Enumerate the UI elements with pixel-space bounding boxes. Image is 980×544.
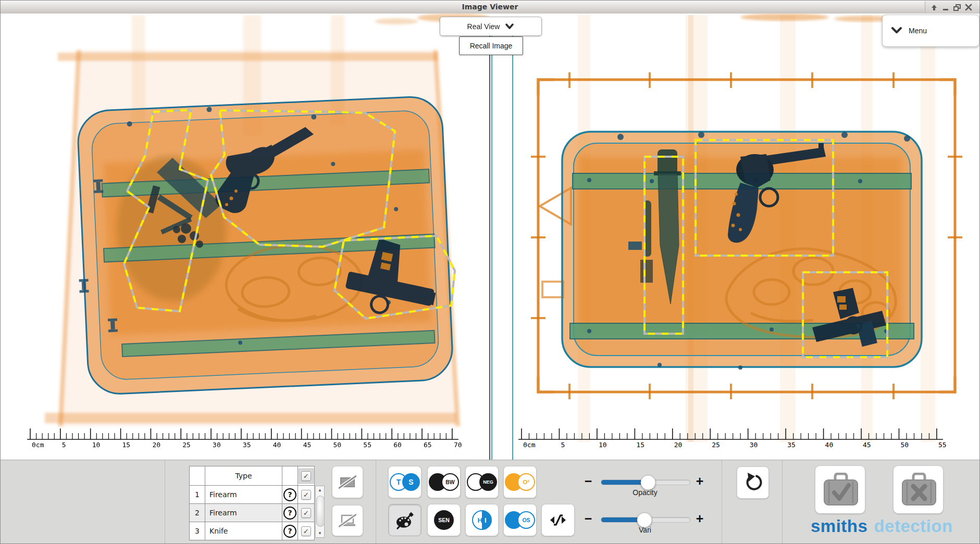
svg-text:50: 50 xyxy=(333,441,342,449)
svg-text:25: 25 xyxy=(182,441,191,449)
svg-text:10: 10 xyxy=(92,441,101,449)
table-row[interactable]: 2 Firearm ? ✓ xyxy=(190,504,315,522)
detections-table: Type ✓ 1 Firearm ? ✓ 2 Firearm ? xyxy=(189,466,315,540)
reset-view-button[interactable] xyxy=(737,466,769,499)
palette-icon xyxy=(394,510,416,530)
help-column-header xyxy=(282,466,298,486)
svg-text:20: 20 xyxy=(152,441,160,449)
negative-filter-button[interactable]: NEG xyxy=(465,466,499,498)
svg-text:0cm: 0cm xyxy=(523,441,536,449)
frame-outline-slash-icon xyxy=(339,513,356,528)
svg-text:15: 15 xyxy=(122,441,131,449)
os-filter-button[interactable]: OS xyxy=(503,504,537,536)
opacity-decrease-button[interactable]: − xyxy=(582,474,594,488)
threat-type: Firearm xyxy=(205,486,282,504)
bag-reject-icon xyxy=(900,473,937,507)
svg-text:10: 10 xyxy=(599,441,607,449)
bag-accept-icon xyxy=(822,473,859,507)
svg-text:40: 40 xyxy=(825,441,834,449)
scroll-down-icon[interactable]: ▼ xyxy=(316,529,324,537)
row-index: 1 xyxy=(190,486,205,504)
viewer-split-divider xyxy=(489,35,514,472)
chevron-down-icon xyxy=(505,23,514,30)
table-row[interactable]: 1 Firearm ? ✓ xyxy=(190,486,315,504)
menu-label: Menu xyxy=(909,27,927,35)
view-mode-label: Real View xyxy=(467,22,500,31)
threat-type: Firearm xyxy=(205,504,282,522)
row-checkbox[interactable]: ✓ xyxy=(301,490,311,500)
opacity-slider-row: − + Opacity xyxy=(578,473,709,509)
bottom-control-panel: Type ✓ 1 Firearm ? ✓ 2 Firearm ? xyxy=(1,460,980,544)
image-viewer-window: Image Viewer xyxy=(0,0,980,544)
svg-text:5: 5 xyxy=(62,441,66,449)
transfer-curve-icon xyxy=(548,510,568,530)
help-icon[interactable]: ? xyxy=(283,507,296,520)
select-all-header[interactable]: ✓ xyxy=(298,466,315,486)
sen-filter-button[interactable]: SEN xyxy=(427,504,461,536)
svg-text:30: 30 xyxy=(213,441,221,449)
table-scrollbar[interactable]: ▲ ▼ xyxy=(315,486,325,538)
hide-outline-frame-button[interactable] xyxy=(332,505,363,536)
bag-accept-button[interactable] xyxy=(815,465,865,514)
left-xray-image: 0cm510152025303540455055606570 xyxy=(1,14,490,460)
type-column-header: Type xyxy=(205,466,282,486)
svg-text:30: 30 xyxy=(750,441,758,449)
sen-circle: SEN xyxy=(434,510,454,530)
frame-slash-icon xyxy=(339,475,356,489)
minimize-icon[interactable] xyxy=(940,2,951,12)
recall-image-button[interactable]: Recall Image xyxy=(459,36,523,55)
scrollbar-thumb[interactable] xyxy=(316,496,325,527)
svg-text:55: 55 xyxy=(363,441,371,449)
vari-decrease-button[interactable]: − xyxy=(582,511,594,526)
neg-circle: NEG xyxy=(479,473,497,491)
palette-filter-button[interactable] xyxy=(388,504,421,536)
table-header-row: Type ✓ xyxy=(190,466,315,486)
window-controls xyxy=(925,1,977,13)
row-checkbox[interactable]: ✓ xyxy=(301,526,311,536)
chevron-down-icon xyxy=(891,27,902,34)
vari-slider-track[interactable] xyxy=(601,517,690,523)
hi-filter-button[interactable]: H I xyxy=(465,504,499,536)
help-icon[interactable]: ? xyxy=(283,488,296,501)
svg-text:5: 5 xyxy=(561,441,565,449)
right-xray-image: 0cm510152025303540455055 xyxy=(514,14,980,460)
title-bar: Image Viewer xyxy=(1,1,979,14)
close-icon[interactable] xyxy=(963,2,974,12)
ts-filter-button[interactable]: T S xyxy=(388,466,421,498)
svg-text:35: 35 xyxy=(787,441,796,449)
threat-type: Knife xyxy=(205,522,282,540)
restore-icon[interactable] xyxy=(951,2,963,12)
raise-icon[interactable] xyxy=(928,2,940,12)
svg-text:0cm: 0cm xyxy=(32,441,44,449)
bw-circle: BW xyxy=(441,473,459,491)
opacity-increase-button[interactable]: + xyxy=(693,474,706,488)
hi-circle: H I xyxy=(472,510,492,530)
row-checkbox[interactable]: ✓ xyxy=(301,508,311,518)
help-icon[interactable]: ? xyxy=(283,525,296,538)
recall-image-label: Recall Image xyxy=(470,42,513,50)
bag-reject-button[interactable] xyxy=(893,465,944,514)
scroll-up-icon[interactable]: ▲ xyxy=(316,486,324,494)
vari-slider-knob[interactable] xyxy=(637,512,652,527)
svg-text:15: 15 xyxy=(636,441,644,449)
opacity-slider-track[interactable] xyxy=(601,479,690,485)
opacity-slider-label: Opacity xyxy=(601,488,689,497)
view-mode-dropdown[interactable]: Real View xyxy=(440,17,542,36)
window-title: Image Viewer xyxy=(1,1,979,14)
logo-word-detection: detection xyxy=(874,516,952,536)
table-row[interactable]: 3 Knife ? ✓ xyxy=(190,522,315,540)
svg-text:65: 65 xyxy=(424,441,432,449)
transfer-curve-button[interactable] xyxy=(541,504,575,536)
menu-button[interactable]: Menu xyxy=(882,15,979,47)
opacity-slider-knob[interactable] xyxy=(641,475,656,490)
os-circle: OS xyxy=(517,511,535,529)
select-all-checkbox[interactable]: ✓ xyxy=(301,471,311,481)
vari-increase-button[interactable]: + xyxy=(693,511,706,526)
hide-filled-frame-button[interactable] xyxy=(332,466,363,498)
o2-organic-filter-button[interactable]: O² xyxy=(503,466,537,498)
vari-slider-label: Vari xyxy=(601,526,689,534)
bw-filter-button[interactable]: BW xyxy=(427,466,461,498)
svg-text:70: 70 xyxy=(454,441,462,449)
s-circle: S xyxy=(402,473,420,491)
row-index: 3 xyxy=(190,522,205,540)
